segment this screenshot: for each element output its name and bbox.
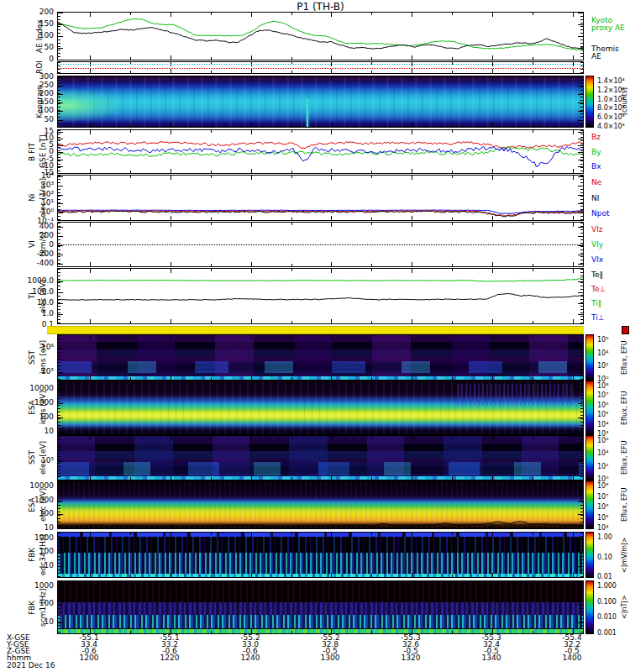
- x-tick: [492, 13, 493, 17]
- x-tick: [371, 533, 372, 535]
- fbk-edc-lower-band: [58, 553, 583, 573]
- y-major-tick: [58, 145, 63, 146]
- x-tick: [331, 269, 332, 273]
- ytick-label-ae: 150: [15, 19, 54, 28]
- x-tick: [171, 216, 171, 220]
- panel-keogram: [57, 76, 584, 128]
- x-tick: [573, 262, 574, 266]
- y-major-tick: [578, 132, 583, 133]
- colorbar-fbk_edc: [585, 532, 594, 578]
- series-label-by: By: [591, 149, 601, 156]
- x-tick: [130, 477, 131, 480]
- y-major-tick: [58, 245, 63, 246]
- x-tick: [171, 262, 171, 266]
- y-major-tick: [58, 281, 63, 282]
- x-tick: [251, 130, 252, 134]
- x-tick: [211, 218, 212, 220]
- y-minor-ticks-left: [58, 269, 60, 323]
- y-major-tick: [58, 102, 63, 103]
- y-major-tick: [58, 417, 63, 418]
- x-tick: [573, 169, 574, 173]
- x-tick: [90, 123, 91, 127]
- colorbar-esa_elec: [585, 480, 594, 529]
- colorbar-tick-label: 0.100: [597, 598, 617, 606]
- y-major-tick: [58, 432, 63, 433]
- x-tick: [130, 176, 131, 178]
- x-tick: [211, 223, 212, 225]
- x-tick: [573, 581, 574, 585]
- x-tick: [452, 526, 453, 528]
- x-tick: [90, 176, 91, 180]
- panel-fbk_edc: [57, 532, 584, 578]
- y-minor-ticks-right: [580, 76, 583, 127]
- ytick-label-sst_elec: 10⁵: [15, 456, 54, 465]
- colorbar-tick-label: 10⁶: [597, 503, 608, 511]
- x-tick: [171, 524, 171, 528]
- x-tick: [291, 13, 292, 15]
- x-tick: [533, 130, 533, 133]
- y-major-tick: [578, 622, 583, 623]
- x-tick: [452, 124, 453, 127]
- x-tick: [331, 319, 332, 323]
- x-tick: [90, 573, 91, 577]
- keogram-vertical-feature: [307, 99, 308, 127]
- event-separator-bar: [47, 326, 584, 334]
- x-tick: [371, 631, 372, 633]
- x-tick: [412, 381, 412, 386]
- x-tick: [452, 481, 453, 484]
- ytick-label-fbk_scm: 1000: [15, 581, 54, 590]
- x-tick: [412, 436, 412, 440]
- y-major-tick: [58, 461, 63, 462]
- x-tick: [492, 69, 493, 73]
- colorbar-tick-label: 10²: [597, 463, 608, 470]
- y-major-tick: [58, 622, 63, 623]
- y-major-tick: [578, 48, 583, 49]
- x-tick: [492, 581, 493, 585]
- y-major-tick: [578, 120, 583, 121]
- x-tick: [291, 381, 292, 384]
- y-major-tick: [578, 586, 583, 587]
- x-tick: [331, 533, 332, 537]
- y-minor-ticks-left: [58, 76, 60, 127]
- x-tick: [412, 481, 412, 486]
- x-tick: [211, 335, 212, 338]
- x-tick: [331, 381, 332, 386]
- y-major-tick: [58, 604, 63, 605]
- colorbar-tick-label: 0.001: [597, 629, 617, 637]
- x-tick: [573, 573, 574, 577]
- x-tick: [412, 123, 412, 127]
- x-tick: [90, 581, 91, 585]
- axis-date-label: 2021 Dec 16: [7, 662, 55, 669]
- x-tick: [412, 335, 412, 339]
- y-major-tick: [578, 501, 583, 501]
- colorbar-unit-sst_elec: Eflux, EFU: [621, 435, 628, 480]
- x-tick: [171, 475, 171, 480]
- x-tick: [412, 223, 412, 227]
- ytick-label-fbk_edc: 100: [15, 547, 54, 555]
- x-tick: [211, 57, 212, 60]
- x-tick: [412, 169, 412, 173]
- x-tick: [90, 533, 91, 537]
- x-tick: [211, 581, 212, 584]
- ytick-label-esa_ions: 10000: [15, 384, 54, 392]
- x-tick: [211, 130, 212, 133]
- x-tick: [291, 631, 292, 633]
- y-major-tick: [58, 166, 63, 167]
- x-tick: [171, 176, 171, 180]
- x-tick: [291, 71, 292, 73]
- colorbar-keogram: [585, 76, 594, 128]
- y-major-tick: [58, 139, 63, 139]
- x-tick: [533, 481, 533, 484]
- x-tick: [171, 375, 171, 380]
- x-tick: [452, 631, 453, 633]
- x-tick: [452, 533, 453, 535]
- x-tick: [171, 533, 171, 537]
- series-label-ne: Ne: [591, 179, 601, 186]
- page-title: P1 (TH-B): [57, 1, 584, 13]
- x-tick: [211, 176, 212, 178]
- x-tick: [251, 381, 252, 386]
- x-tick: [371, 57, 372, 60]
- x-tick: [533, 533, 533, 535]
- y-major-tick: [58, 403, 63, 404]
- ytick-label-esa_elec: 1000: [15, 496, 54, 504]
